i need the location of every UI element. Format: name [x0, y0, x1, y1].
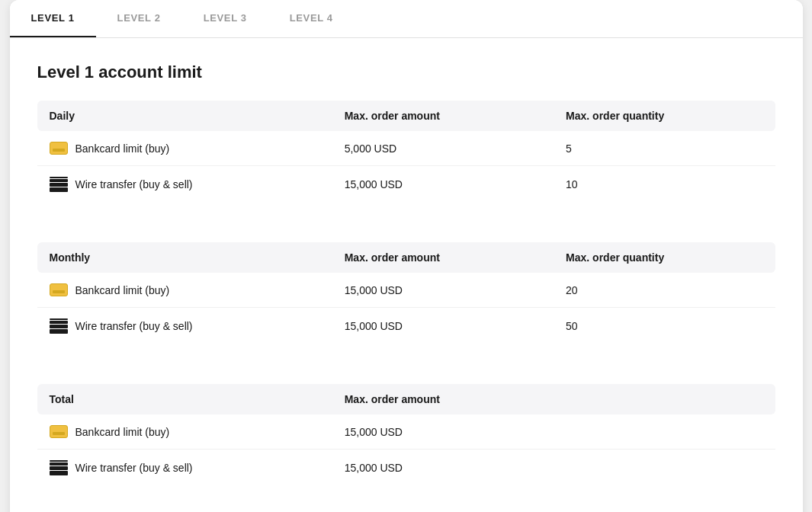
wire-transfer-icon	[50, 460, 68, 475]
tab-level1[interactable]: LEVEL 1	[10, 0, 96, 37]
monthly-wire-row-label: Wire transfer (buy & sell)	[50, 318, 320, 334]
tab-bar: LEVEL 1 LEVEL 2 LEVEL 3 LEVEL 4	[10, 0, 803, 38]
table-row: Wire transfer (buy & sell) 15,000 USD	[37, 450, 775, 487]
total-bankcard-amount: 15,000 USD	[332, 414, 554, 450]
daily-header: Daily	[37, 101, 332, 131]
monthly-bankcard-label: Bankcard limit (buy)	[75, 284, 170, 296]
wire-bar-3	[50, 183, 68, 187]
wire-bar-1	[50, 177, 68, 178]
wire-label: Wire transfer (buy & sell)	[75, 178, 193, 190]
wire-transfer-icon	[50, 177, 68, 192]
monthly-bankcard-quantity: 20	[554, 273, 775, 308]
wire-bar-1	[50, 460, 68, 462]
monthly-table: Monthly Max. order amount Max. order qua…	[37, 242, 775, 344]
total-wire-row-label: Wire transfer (buy & sell)	[50, 460, 320, 475]
bankcard-label: Bankcard limit (buy)	[75, 142, 170, 155]
total-table: Total Max. order amount Bankcard limit (…	[37, 384, 775, 486]
daily-bankcard-amount: 5,000 USD	[332, 131, 554, 166]
wire-bar-3	[50, 466, 68, 470]
wire-bar-4	[50, 471, 68, 475]
total-bankcard-label: Bankcard limit (buy)	[75, 426, 170, 438]
total-bankcard-row-label: Bankcard limit (buy)	[50, 425, 320, 438]
monthly-bankcard-amount: 15,000 USD	[332, 273, 554, 308]
monthly-wire-label: Wire transfer (buy & sell)	[75, 320, 193, 332]
monthly-col-amount: Max. order amount	[332, 242, 554, 273]
content-area: Level 1 account limit Daily Max. order a…	[10, 38, 803, 512]
monthly-wire-amount: 15,000 USD	[332, 308, 554, 345]
tab-level3[interactable]: LEVEL 3	[182, 0, 268, 37]
table-row: Bankcard limit (buy) 15,000 USD 20	[37, 273, 775, 308]
table-row: Bankcard limit (buy) 5,000 USD 5	[37, 131, 775, 166]
monthly-col-quantity: Max. order quantity	[554, 242, 775, 273]
bankcard-row-label: Bankcard limit (buy)	[50, 142, 320, 155]
wire-bar-4	[50, 329, 68, 334]
page-title: Level 1 account limit	[37, 62, 775, 82]
monthly-bankcard-row-label: Bankcard limit (buy)	[50, 283, 320, 296]
table-row: Bankcard limit (buy) 15,000 USD	[37, 414, 775, 450]
bankcard-icon	[50, 142, 68, 155]
total-col-amount: Max. order amount	[332, 384, 554, 414]
bankcard-icon	[50, 425, 68, 438]
section-divider-1	[37, 227, 775, 242]
wire-bar-2	[50, 462, 68, 466]
bankcard-icon	[50, 283, 68, 296]
daily-wire-amount: 15,000 USD	[332, 166, 554, 203]
wire-bar-2	[50, 321, 68, 324]
table-row: Wire transfer (buy & sell) 15,000 USD 50	[37, 308, 775, 345]
daily-bankcard-quantity: 5	[554, 131, 775, 166]
wire-bar-4	[50, 187, 68, 192]
total-wire-label: Wire transfer (buy & sell)	[75, 462, 193, 474]
monthly-header: Monthly	[37, 242, 332, 273]
section-divider-2	[37, 369, 775, 384]
daily-wire-quantity: 10	[554, 166, 775, 203]
daily-col-quantity: Max. order quantity	[554, 101, 775, 131]
wire-bar-3	[50, 325, 68, 328]
tab-level4[interactable]: LEVEL 4	[268, 0, 355, 37]
wire-transfer-icon	[50, 318, 68, 334]
daily-table: Daily Max. order amount Max. order quant…	[37, 101, 775, 203]
monthly-wire-quantity: 50	[554, 308, 775, 345]
table-row: Wire transfer (buy & sell) 15,000 USD 10	[37, 166, 775, 203]
wire-row-label: Wire transfer (buy & sell)	[50, 177, 320, 192]
wire-bar-1	[50, 318, 68, 320]
tab-level2[interactable]: LEVEL 2	[96, 0, 182, 37]
main-card: LEVEL 1 LEVEL 2 LEVEL 3 LEVEL 4 Level 1 …	[10, 0, 803, 512]
total-wire-amount: 15,000 USD	[332, 450, 554, 487]
wire-bar-2	[50, 179, 68, 182]
daily-col-amount: Max. order amount	[332, 101, 554, 131]
total-header: Total	[37, 384, 332, 414]
